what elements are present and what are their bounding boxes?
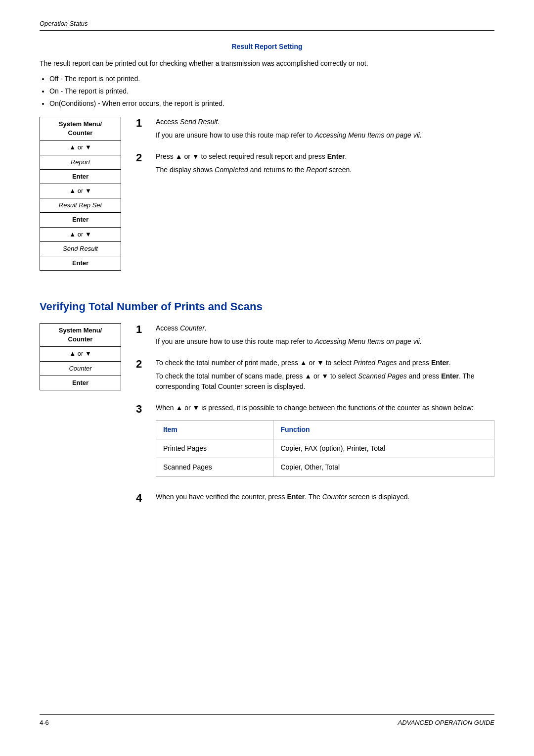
verifying-heading: Verifying Total Number of Prints and Sca… [40,300,494,313]
step-content: When ▲ or ▼ is pressed, it is possible t… [156,403,494,484]
nav-row: Counter [40,362,121,376]
footer-bar: 4-6 ADVANCED OPERATION GUIDE [40,714,494,726]
nav-row: ▲ or ▼ [40,184,121,198]
table-row: Printed Pages Copier, FAX (option), Prin… [156,439,494,458]
table-cell-function: Copier, Other, Total [273,458,494,477]
step-number: 3 [136,403,156,416]
table-cell-function: Copier, FAX (option), Printer, Total [273,439,494,458]
nav-row: System Menu/Counter [40,324,121,347]
bullet-item: On(Conditions) - When error occurs, the … [49,98,494,109]
result-report-intro: The result report can be printed out for… [40,58,494,69]
step-number: 1 [136,323,156,336]
verifying-steps: 1 Access Counter. If you are unsure how … [136,323,494,513]
result-report-nav-steps: System Menu/Counter ▲ or ▼ Report Enter … [40,117,494,271]
nav-row: Result Rep Set [40,198,121,213]
result-report-heading: Result Report Setting [231,43,302,50]
step-row-2: 2 To check the total number of print mad… [136,358,494,395]
step-row-4: 4 When you have verified the counter, pr… [136,492,494,505]
step-content: Press ▲ or ▼ to select required result r… [156,151,494,178]
result-report-section: Result Report Setting The result report … [40,43,494,281]
table-header-item: Item [156,421,273,439]
step-row-1: 1 Access Counter. If you are unsure how … [136,323,494,350]
nav-row: ▲ or ▼ [40,141,121,155]
nav-row: Send Result [40,242,121,256]
table-row: Scanned Pages Copier, Other, Total [156,458,494,477]
nav-row: Report [40,155,121,170]
step-row-3: 3 When ▲ or ▼ is pressed, it is possible… [136,403,494,484]
step-number: 4 [136,492,156,505]
result-report-nav-box: System Menu/Counter ▲ or ▼ Report Enter … [40,117,121,271]
step-row-2: 2 Press ▲ or ▼ to select required result… [136,151,494,178]
nav-row: Enter [40,213,121,227]
nav-row: System Menu/Counter [40,117,121,141]
verifying-nav-steps: System Menu/Counter ▲ or ▼ Counter Enter… [40,323,494,513]
verifying-nav-box: System Menu/Counter ▲ or ▼ Counter Enter [40,323,121,390]
bullet-item: Off - The report is not printed. [49,74,494,84]
header-title: Operation Status [40,20,88,27]
step-number: 1 [136,117,156,130]
nav-row: ▲ or ▼ [40,228,121,242]
step-content: Access Counter. If you are unsure how to… [156,323,494,350]
step-row-1: 1 Access Send Result. If you are unsure … [136,117,494,143]
table-header-function: Function [273,421,494,439]
nav-row: Enter [40,256,121,270]
step-number: 2 [136,358,156,371]
step-number: 2 [136,151,156,164]
nav-row: Enter [40,376,121,390]
footer-guide-title: ADVANCED OPERATION GUIDE [398,719,494,726]
table-cell-item: Printed Pages [156,439,273,458]
step-content: To check the total number of print made,… [156,358,494,395]
footer-page-number: 4-6 [40,719,49,726]
header-bar: Operation Status [40,20,494,31]
result-report-bullets: Off - The report is not printed. On - Th… [49,74,494,109]
bullet-item: On - The report is printed. [49,86,494,96]
nav-row: Enter [40,170,121,184]
table-cell-item: Scanned Pages [156,458,273,477]
step-content: When you have verified the counter, pres… [156,492,494,505]
verifying-section: Verifying Total Number of Prints and Sca… [40,295,494,523]
counter-table: Item Function Printed Pages Copier, FAX … [156,420,494,477]
nav-row: ▲ or ▼ [40,347,121,361]
step-content: Access Send Result. If you are unsure ho… [156,117,494,143]
result-report-steps: 1 Access Send Result. If you are unsure … [136,117,494,186]
